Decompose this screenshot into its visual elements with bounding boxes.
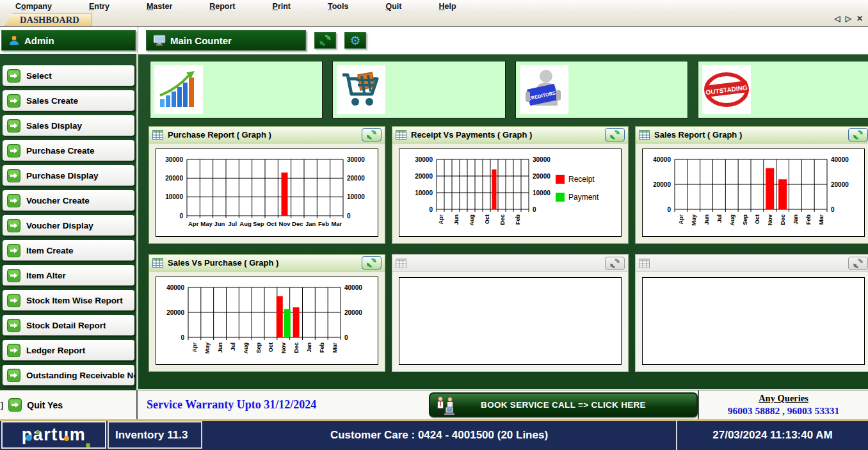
sidebar-item-stock-detail-report[interactable]: Stock Detail Report <box>3 315 134 335</box>
menu-item-print[interactable]: Print <box>273 2 291 11</box>
panel-title: Sales Report ( Graph ) <box>654 130 844 140</box>
receipt-vs-payments-graph-chart: 00100001000020000200003000030000AprJunAu… <box>399 149 621 236</box>
quit-label: Quit Yes <box>27 400 63 410</box>
svg-text:Apr: Apr <box>438 214 444 225</box>
svg-text:20000: 20000 <box>831 181 849 188</box>
bottom-strip: ] Quit Yes Service Warranty Upto 31/12/2… <box>0 390 868 421</box>
refresh-icon <box>609 258 620 269</box>
sidebar-item-outstanding-receivable-norr[interactable]: Outstanding Receivable Norr <box>3 365 134 385</box>
sidebar-item-voucher-create[interactable]: Voucher Create <box>3 190 134 211</box>
svg-text:40000: 40000 <box>166 284 184 291</box>
menu-item-company[interactable]: Company <box>15 2 52 11</box>
tab-scroll-right-icon[interactable]: ▷ <box>846 14 851 23</box>
sidebar-item-stock-item-wise-report[interactable]: Stock Item Wise Report <box>3 290 134 310</box>
svg-text:Sep: Sep <box>255 342 262 353</box>
svg-text:Dec: Dec <box>499 214 506 225</box>
sidebar-item-sales-create[interactable]: Sales Create <box>3 90 134 111</box>
bar-purchase-nov <box>284 309 291 337</box>
sidebar-item-item-create[interactable]: Item Create <box>3 240 134 261</box>
green-arrow-icon <box>7 69 20 83</box>
table-icon <box>152 130 163 140</box>
refresh-icon <box>366 257 377 268</box>
menu-item-master[interactable]: Master <box>147 2 172 11</box>
panel-refresh-button[interactable] <box>362 128 382 141</box>
settings-button[interactable]: ⚙ <box>344 32 366 49</box>
sidebar-item-label: Item Alter <box>26 271 66 280</box>
summary-card-sales[interactable] <box>150 61 323 118</box>
creditors-figure-icon: CREDITORS <box>520 65 568 114</box>
sidebar-item-label: Purchase Display <box>26 171 99 181</box>
tab-close-icon[interactable]: ✕ <box>856 14 863 23</box>
admin-label: Admin <box>24 35 54 46</box>
panel-refresh-button[interactable] <box>362 256 382 269</box>
svg-text:30000: 30000 <box>415 156 433 163</box>
queries-section: Any Queries 96003 58882 , 96003 53331 <box>698 390 868 419</box>
admin-bar: Admin <box>1 30 136 51</box>
bar-purchase-nov <box>282 173 288 216</box>
green-arrow-icon <box>7 144 20 157</box>
dashboard-refresh-button[interactable] <box>314 32 336 49</box>
datetime-display: 27/03/2024 11:13:40 AM <box>676 420 868 450</box>
sidebar-item-ledger-report[interactable]: Ledger Report <box>3 340 134 360</box>
menu-item-quit[interactable]: Quit <box>385 2 401 11</box>
green-arrow-icon <box>7 344 20 357</box>
svg-text:0: 0 <box>344 334 348 341</box>
menu-item-tools[interactable]: Tools <box>328 2 348 11</box>
svg-text:20000: 20000 <box>533 173 551 180</box>
chart-area: 0020000200004000040000AprMayJunJulAugSep… <box>156 277 378 365</box>
menu-item-entry[interactable]: Entry <box>89 2 109 11</box>
quit-bracket: ] <box>1 400 3 410</box>
sidebar-item-label: Voucher Create <box>26 196 90 205</box>
green-arrow-icon <box>7 194 20 207</box>
sales-vs-purchase-graph-chart: 0020000200004000040000AprMayJunJulAugSep… <box>156 277 378 364</box>
panel-body: 00100001000020000200003000030000AprMayJu… <box>149 143 385 243</box>
svg-text:Mar: Mar <box>818 214 824 225</box>
tab-scroll-left-icon[interactable]: ◁ <box>834 14 840 23</box>
footer: partum Inventory 11.3 Customer Care : 04… <box>0 420 868 450</box>
main-counter-label: Main Counter <box>170 35 232 46</box>
sidebar-item-voucher-display[interactable]: Voucher Display <box>3 215 134 236</box>
sidebar-item-sales-display[interactable]: Sales Display <box>3 115 134 136</box>
svg-text:30000: 30000 <box>533 156 551 163</box>
panel-refresh-button[interactable] <box>605 128 625 141</box>
sidebar-item-item-alter[interactable]: Item Alter <box>3 265 134 285</box>
tab-dashboard[interactable]: DASHBOARD <box>4 13 92 26</box>
top-header-row: Admin Main Counter <box>0 27 868 54</box>
svg-text:Feb: Feb <box>319 342 325 353</box>
svg-text:40000: 40000 <box>653 156 671 163</box>
sidebar-item-purchase-display[interactable]: Purchase Display <box>3 165 134 186</box>
summary-card-receivables[interactable]: OUTSTADING <box>698 61 868 118</box>
refresh-icon <box>609 129 620 140</box>
panel-refresh-button[interactable] <box>848 257 868 270</box>
svg-text:Aug: Aug <box>239 220 252 227</box>
bar-sales-nov <box>766 168 774 209</box>
panel-refresh-button[interactable] <box>848 128 868 141</box>
svg-text:20000: 20000 <box>415 173 433 180</box>
panel-header: Receipt Vs Payments ( Graph ) <box>392 127 628 143</box>
sidebar-item-purchase-create[interactable]: Purchase Create <box>3 140 134 161</box>
svg-text:Oct: Oct <box>484 214 490 224</box>
svg-text:Mar: Mar <box>331 220 342 227</box>
bar-sales-nov <box>277 296 283 337</box>
svg-text:0: 0 <box>181 334 184 341</box>
sidebar-item-select[interactable]: Select <box>3 65 134 86</box>
panel-title: Receipt Vs Payments ( Graph ) <box>411 130 600 140</box>
svg-text:0: 0 <box>831 206 835 213</box>
svg-text:Nov: Nov <box>280 342 287 353</box>
svg-text:Oct: Oct <box>268 342 274 352</box>
panel-refresh-button[interactable] <box>605 257 625 270</box>
summary-card-purchase[interactable] <box>332 61 505 118</box>
svg-text:Dec: Dec <box>293 342 300 353</box>
menu-item-help[interactable]: Help <box>438 2 456 11</box>
sidebar-item-label: Stock Item Wise Report <box>26 296 123 305</box>
summary-card-payables[interactable]: CREDITORS <box>515 61 688 118</box>
menu-item-report[interactable]: Report <box>209 2 235 11</box>
svg-text:Jan: Jan <box>305 220 316 227</box>
workspace: Admin Main Counter <box>0 27 868 420</box>
sidebar-item-label: Stock Detail Report <box>26 321 106 330</box>
panel-purchase-report-graph: Purchase Report ( Graph )001000010000200… <box>149 126 385 244</box>
book-service-call-button[interactable]: BOOK SERVICE CALL => CLICK HERE <box>429 392 698 417</box>
svg-text:0: 0 <box>347 213 351 220</box>
chart-area: 00100001000020000200003000030000AprMayJu… <box>156 149 378 237</box>
sidebar-item-quit-yes[interactable]: ] Quit Yes <box>0 390 138 419</box>
